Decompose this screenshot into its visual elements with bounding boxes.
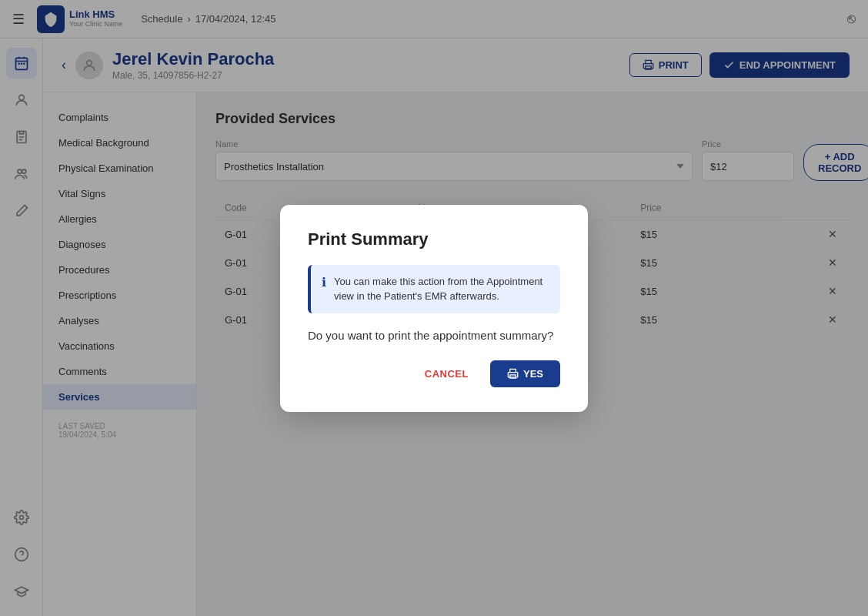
dialog-actions: CANCEL YES — [308, 360, 560, 387]
dialog-title: Print Summary — [308, 229, 560, 249]
dialog-info-box: ℹ You can make this action from the Appo… — [308, 265, 560, 313]
dialog-question: Do you want to print the appointment sum… — [308, 329, 560, 342]
yes-label: YES — [523, 368, 543, 380]
info-icon: ℹ — [322, 275, 326, 290]
printer-icon — [507, 368, 519, 380]
dialog-info-text: You can make this action from the Appoin… — [334, 274, 549, 304]
cancel-button[interactable]: CANCEL — [412, 360, 481, 387]
print-summary-dialog: Print Summary ℹ You can make this action… — [280, 205, 588, 412]
yes-button[interactable]: YES — [490, 360, 560, 387]
dialog-overlay: Print Summary ℹ You can make this action… — [0, 0, 868, 616]
